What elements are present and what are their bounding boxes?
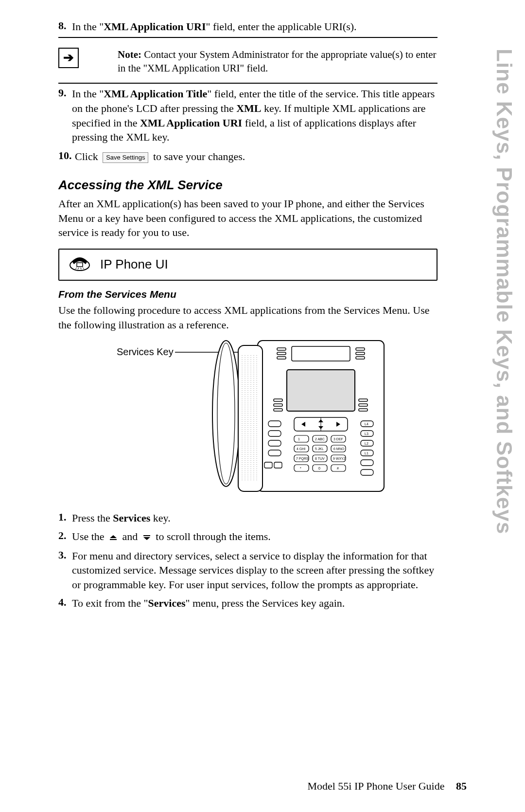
svg-text:3 DEF: 3 DEF xyxy=(333,437,343,441)
svg-text:2 ABC: 2 ABC xyxy=(315,437,325,441)
divider xyxy=(58,37,438,38)
step-text: Use the and to scroll through the items. xyxy=(72,529,438,545)
svg-rect-30 xyxy=(359,404,368,406)
svg-rect-54 xyxy=(294,435,309,442)
save-settings-button[interactable]: Save Settings xyxy=(103,152,148,163)
svg-rect-39 xyxy=(268,431,281,436)
proc-step-4: 4. To exit from the "Services" menu, pre… xyxy=(58,596,438,611)
section-paragraph: After an XML application(s) has been sav… xyxy=(58,197,438,240)
step-number: 10. xyxy=(58,149,75,164)
scroll-up-icon xyxy=(108,530,118,545)
svg-rect-26 xyxy=(274,399,282,401)
svg-line-5 xyxy=(83,268,84,269)
svg-text:5 JKL: 5 JKL xyxy=(315,447,324,451)
proc-step-3: 3. For menu and directory services, sele… xyxy=(58,549,438,592)
svg-rect-42 xyxy=(264,462,272,468)
step-number: 2. xyxy=(58,529,72,545)
svg-rect-38 xyxy=(268,421,281,427)
step-text: Press the Services key. xyxy=(72,511,438,525)
section-heading: Accessing the XML Service xyxy=(58,178,438,193)
svg-rect-31 xyxy=(359,409,368,411)
svg-rect-18 xyxy=(292,346,350,361)
ui-box-label: IP Phone UI xyxy=(100,257,168,272)
proc-step-1: 1. Press the Services key. xyxy=(58,511,438,525)
step-text: In the "XML Application Title" field, en… xyxy=(72,87,438,144)
arrow-right-icon: ➔ xyxy=(58,48,79,68)
svg-rect-53 xyxy=(361,469,373,475)
divider xyxy=(58,83,438,84)
subsection-paragraph: Use the following procedure to access XM… xyxy=(58,303,438,332)
svg-text:8 TUV: 8 TUV xyxy=(315,457,325,460)
svg-text:L4: L4 xyxy=(365,422,368,426)
page-footer: Model 55i IP Phone User Guide 85 xyxy=(307,780,467,793)
ip-phone-ui-box: IP Phone UI xyxy=(58,249,438,281)
svg-text:L1: L1 xyxy=(365,451,368,455)
footer-text: Model 55i IP Phone User Guide xyxy=(307,780,444,792)
phone-illustration: Services Key xyxy=(58,336,438,503)
step-number: 1. xyxy=(58,511,72,525)
svg-rect-52 xyxy=(361,460,373,466)
svg-rect-43 xyxy=(274,462,282,468)
svg-rect-23 xyxy=(356,352,365,355)
note-text: Note: Contact your System Administrator … xyxy=(98,48,438,75)
svg-point-10 xyxy=(217,343,235,484)
svg-text:*: * xyxy=(300,467,301,470)
svg-text:7 PQRS: 7 PQRS xyxy=(296,457,309,461)
step-10: 10. Click Save Settings to save your cha… xyxy=(58,149,438,164)
svg-line-3 xyxy=(78,268,79,270)
svg-rect-1 xyxy=(77,263,83,267)
svg-text:4 GHI: 4 GHI xyxy=(297,447,305,451)
note-block: ➔ Note: Contact your System Administrato… xyxy=(58,41,438,80)
step-text: For menu and directory services, select … xyxy=(72,549,438,592)
step-number: 9. xyxy=(58,87,72,144)
svg-rect-11 xyxy=(238,345,262,491)
svg-text:9 WXYZ: 9 WXYZ xyxy=(333,457,346,460)
step-9: 9. In the "XML Application Title" field,… xyxy=(58,87,438,144)
svg-marker-37 xyxy=(318,426,323,429)
svg-rect-27 xyxy=(274,404,282,406)
step-text: Click Save Settings to save your changes… xyxy=(75,149,438,164)
svg-rect-21 xyxy=(277,357,286,359)
scroll-down-icon xyxy=(142,530,152,545)
svg-rect-29 xyxy=(359,399,368,401)
proc-step-2: 2. Use the and to scroll through the ite… xyxy=(58,529,438,545)
svg-line-2 xyxy=(75,268,77,269)
svg-rect-22 xyxy=(356,348,365,350)
subsection-heading: From the Services Menu xyxy=(58,289,438,300)
svg-marker-78 xyxy=(110,535,117,538)
phone-sketch-icon xyxy=(68,255,91,274)
svg-text:1: 1 xyxy=(298,437,300,441)
svg-rect-24 xyxy=(356,357,365,359)
svg-marker-36 xyxy=(318,419,323,422)
page-number: 85 xyxy=(456,780,467,792)
svg-rect-20 xyxy=(277,352,286,355)
step-text: In the "XML Application URI" field, ente… xyxy=(72,19,438,34)
step-text: To exit from the "Services" menu, press … xyxy=(72,596,438,611)
svg-marker-81 xyxy=(143,537,150,540)
svg-rect-19 xyxy=(277,348,286,350)
step-8: 8. In the "XML Application URI" field, e… xyxy=(58,19,438,34)
svg-text:L3: L3 xyxy=(365,432,368,435)
svg-rect-25 xyxy=(287,370,355,411)
svg-rect-72 xyxy=(294,465,309,471)
svg-marker-34 xyxy=(301,422,305,427)
svg-rect-28 xyxy=(274,409,282,411)
svg-line-4 xyxy=(81,268,81,270)
svg-rect-41 xyxy=(268,450,281,456)
svg-text:0: 0 xyxy=(318,467,320,470)
svg-text:#: # xyxy=(337,467,339,470)
services-key-label: Services Key xyxy=(117,346,174,357)
svg-text:L2: L2 xyxy=(365,442,368,445)
step-number: 8. xyxy=(58,19,72,34)
step-number: 3. xyxy=(58,549,72,592)
step-number: 4. xyxy=(58,596,72,611)
svg-rect-40 xyxy=(268,440,281,446)
svg-marker-35 xyxy=(336,422,340,427)
svg-text:6 MNO: 6 MNO xyxy=(333,447,345,451)
svg-rect-8 xyxy=(258,341,384,491)
